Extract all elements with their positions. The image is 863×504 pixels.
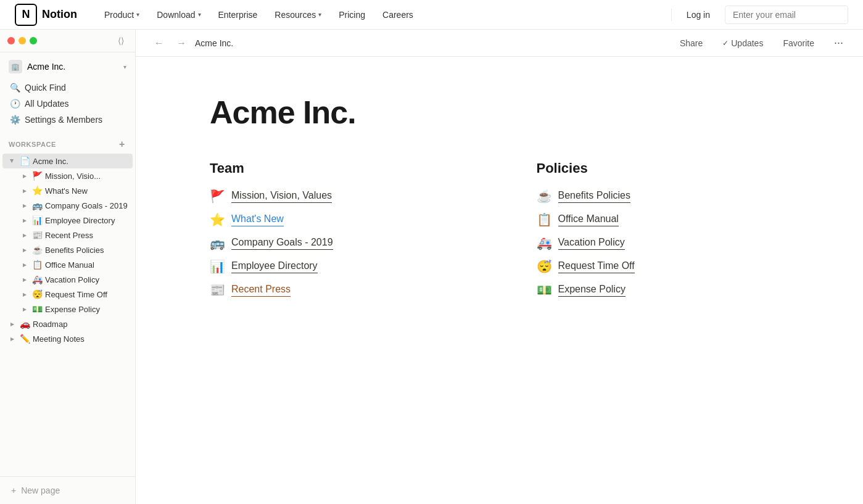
star-icon: ⭐ <box>210 212 225 227</box>
tree-item-roadmap[interactable]: ▶ 🚗 Roadmap <box>2 316 133 331</box>
tree-item-expense-policy[interactable]: ▶ 💵 Expense Policy <box>2 302 133 316</box>
check-icon: ✓ <box>722 39 729 48</box>
nav-enterprise[interactable]: Enterprise <box>211 6 265 23</box>
tree-expand-icon[interactable]: ▶ <box>20 275 30 284</box>
main-layout: ⟨⟩ 🏢 Acme Inc. ▾ 🔍 Quick Find 🕐 All Upda… <box>0 30 863 504</box>
link-text: Benefits Policies <box>558 189 630 203</box>
tree-expand-icon[interactable]: ▶ <box>20 304 30 314</box>
nav-resources[interactable]: Resources ▾ <box>267 6 329 23</box>
tree-item-label: Company Goals - 2019 <box>45 201 128 210</box>
workspace-header[interactable]: 🏢 Acme Inc. ▾ <box>0 52 135 77</box>
sidebar: ⟨⟩ 🏢 Acme Inc. ▾ 🔍 Quick Find 🕐 All Upda… <box>0 30 136 504</box>
link-text: Company Goals - 2019 <box>231 236 333 250</box>
tree-expand-icon[interactable]: ▶ <box>7 334 17 344</box>
tree-item-benefits[interactable]: ▶ ☕ Benefits Policies <box>2 242 133 257</box>
tree-expand-icon[interactable]: ▶ <box>20 289 30 299</box>
policies-link-vacation-policy[interactable]: 🚑 Vacation Policy <box>537 236 814 250</box>
maximize-button[interactable] <box>30 37 37 44</box>
policies-link-request-time-off[interactable]: 😴 Request Time Off <box>537 259 814 274</box>
logo[interactable]: N Notion <box>15 4 77 26</box>
nav-careers[interactable]: Careers <box>375 6 421 23</box>
team-column: Team 🚩 Mission, Vision, Values ⭐ What's … <box>210 160 487 306</box>
nav-download[interactable]: Download ▾ <box>149 6 208 23</box>
tree-expand-icon[interactable]: ▶ <box>20 186 30 196</box>
updates-button[interactable]: ✓ Updates <box>717 36 768 51</box>
link-text: Expense Policy <box>558 283 626 297</box>
download-chevron-icon: ▾ <box>198 11 201 18</box>
team-link-whats-new[interactable]: ⭐ What's New <box>210 212 487 227</box>
sidebar-settings[interactable]: ⚙️ Settings & Members <box>5 112 130 128</box>
nav-pricing[interactable]: Pricing <box>331 6 373 23</box>
coffee-icon: ☕ <box>537 189 552 204</box>
ambulance-icon: 🚑 <box>537 236 552 250</box>
tree-expand-icon[interactable]: ▶ <box>20 200 30 210</box>
topnav: N Notion Product ▾ Download ▾ Enterprise… <box>0 0 863 30</box>
tree-expand-icon[interactable]: ▶ <box>20 245 30 255</box>
clock-icon: 🕐 <box>10 99 20 109</box>
email-input[interactable] <box>725 6 848 24</box>
policies-link-expense-policy[interactable]: 💵 Expense Policy <box>537 283 814 297</box>
logo-text: Notion <box>42 8 77 21</box>
nav-links: Product ▾ Download ▾ Enterprise Resource… <box>97 6 671 23</box>
favorite-button[interactable]: Favorite <box>778 36 819 51</box>
tree-item-whats-new[interactable]: ▶ ⭐ What's New <box>2 183 133 198</box>
tree-item-company-goals[interactable]: ▶ 🚌 Company Goals - 2019 <box>2 198 133 213</box>
minimize-button[interactable] <box>19 37 26 44</box>
sidebar-footer: + New page <box>0 476 135 504</box>
tree-clipboard-icon: 📋 <box>32 260 43 270</box>
content-toolbar: ← → Acme Inc. Share ✓ Updates Favorite ·… <box>136 30 863 57</box>
more-options-button[interactable]: ··· <box>829 34 848 52</box>
tree-expand-icon[interactable]: ▶ <box>7 156 17 166</box>
tree-expand-icon[interactable]: ▶ <box>20 260 30 270</box>
back-button[interactable]: ← <box>151 35 168 51</box>
workspace-add-button[interactable]: + <box>118 138 126 151</box>
sidebar-all-updates[interactable]: 🕐 All Updates <box>5 96 130 112</box>
bus-icon: 🚌 <box>210 236 225 250</box>
tree-expand-icon[interactable]: ▶ <box>20 171 30 181</box>
tree-item-label: Office Manual <box>45 260 128 270</box>
team-link-employee-directory[interactable]: 📊 Employee Directory <box>210 259 487 274</box>
tree-item-label: Recent Press <box>45 231 128 240</box>
tree-item-label: Acme Inc. <box>33 157 128 166</box>
nav-product[interactable]: Product ▾ <box>97 6 147 23</box>
tree-item-recent-press[interactable]: ▶ 📰 Recent Press <box>2 228 133 242</box>
product-chevron-icon: ▾ <box>136 11 139 18</box>
window-controls <box>7 37 37 44</box>
sidebar-quick-find[interactable]: 🔍 Quick Find <box>5 80 130 96</box>
tree-page-icon: 📄 <box>20 156 30 166</box>
policies-link-benefits[interactable]: ☕ Benefits Policies <box>537 189 814 204</box>
tree-item-employee-directory[interactable]: ▶ 📊 Employee Directory <box>2 213 133 228</box>
team-link-company-goals[interactable]: 🚌 Company Goals - 2019 <box>210 236 487 250</box>
tree-item-meeting-notes[interactable]: ▶ ✏️ Meeting Notes <box>2 331 133 346</box>
tree-item-vacation-policy[interactable]: ▶ 🚑 Vacation Policy <box>2 272 133 287</box>
tree-item-mission[interactable]: ▶ 🚩 Mission, Visio... <box>2 168 133 183</box>
tree-expand-icon[interactable]: ▶ <box>20 230 30 240</box>
tree-item-label: Expense Policy <box>45 305 128 314</box>
tree-item-office-manual[interactable]: ▶ 📋 Office Manual <box>2 257 133 272</box>
tree-pencil-icon: ✏️ <box>20 334 30 344</box>
forward-button[interactable]: → <box>173 35 190 51</box>
workspace-name: Acme Inc. <box>27 62 118 72</box>
close-button[interactable] <box>7 37 15 44</box>
tree-item-label: Benefits Policies <box>45 246 128 255</box>
tree-expand-icon[interactable]: ▶ <box>20 215 30 225</box>
tree-money-icon: 💵 <box>32 304 43 314</box>
tree-expand-icon[interactable]: ▶ <box>7 319 17 329</box>
tree-item-label: Roadmap <box>33 320 128 329</box>
tree-coffee-icon: ☕ <box>32 245 43 255</box>
tree-star-icon: ⭐ <box>32 186 43 196</box>
tree-bus-icon: 🚌 <box>32 200 43 210</box>
tree-item-acme-inc[interactable]: ▶ 📄 Acme Inc. <box>2 154 133 168</box>
money-icon: 💵 <box>537 283 552 297</box>
logo-icon: N <box>15 4 37 26</box>
new-page-button[interactable]: + New page <box>9 482 126 499</box>
policies-link-office-manual[interactable]: 📋 Office Manual <box>537 212 814 227</box>
link-text: What's New <box>231 213 284 226</box>
link-text: Vacation Policy <box>558 236 625 250</box>
tree-item-request-time-off[interactable]: ▶ 😴 Request Time Off <box>2 287 133 302</box>
team-link-recent-press[interactable]: 📰 Recent Press <box>210 283 487 297</box>
share-button[interactable]: Share <box>675 36 708 51</box>
login-button[interactable]: Log in <box>679 6 717 23</box>
sidebar-collapse-button[interactable]: ⟨⟩ <box>114 35 128 47</box>
team-link-mission[interactable]: 🚩 Mission, Vision, Values <box>210 189 487 204</box>
